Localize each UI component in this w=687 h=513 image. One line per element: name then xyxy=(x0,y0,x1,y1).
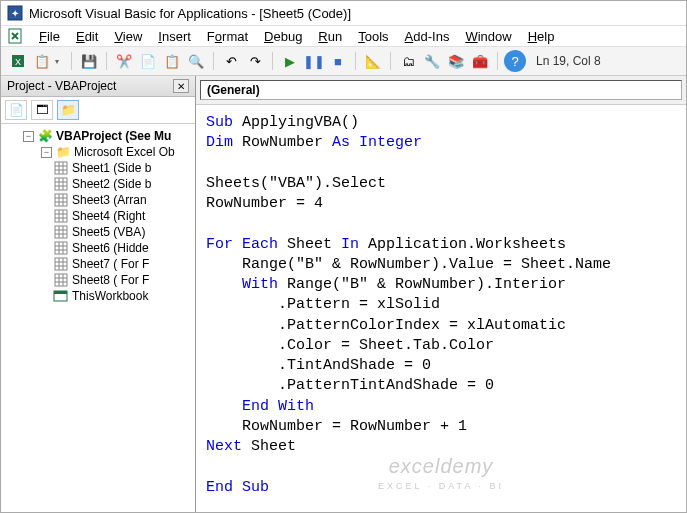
sheet-label: Sheet5 (VBA) xyxy=(72,225,145,239)
cursor-position-status: Ln 19, Col 8 xyxy=(536,54,601,68)
sheet-icon xyxy=(53,273,69,287)
object-selector[interactable]: (General) xyxy=(200,80,682,100)
tree-thisworkbook[interactable]: ThisWorkbook xyxy=(3,288,193,304)
svg-rect-20 xyxy=(55,210,67,222)
sheet-label: Sheet6 (Hidde xyxy=(72,241,149,255)
svg-text:✦: ✦ xyxy=(11,8,19,19)
tree-sheet-item[interactable]: Sheet4 (Right xyxy=(3,208,193,224)
tree-sheet-item[interactable]: Sheet6 (Hidde xyxy=(3,240,193,256)
folder-label: Microsoft Excel Ob xyxy=(74,145,175,159)
tree-sheet-item[interactable]: Sheet7 ( For F xyxy=(3,256,193,272)
menu-format[interactable]: Format xyxy=(199,27,256,46)
menu-help[interactable]: Help xyxy=(520,27,563,46)
sheet-label: Sheet1 (Side b xyxy=(72,161,151,175)
project-icon: 🧩 xyxy=(37,129,53,143)
svg-rect-25 xyxy=(55,226,67,238)
project-tree: − 🧩 VBAProject (See Mu − 📁 Microsoft Exc… xyxy=(1,124,195,512)
close-icon[interactable]: ✕ xyxy=(173,79,189,93)
svg-rect-40 xyxy=(55,274,67,286)
tree-sheet-item[interactable]: Sheet2 (Side b xyxy=(3,176,193,192)
project-pane-titlebar: Project - VBAProject ✕ xyxy=(1,76,195,97)
redo-button[interactable]: ↷ xyxy=(244,50,266,72)
menu-file[interactable]: File xyxy=(31,27,68,46)
sheet-label: Sheet7 ( For F xyxy=(72,257,149,271)
tree-sheet-item[interactable]: Sheet5 (VBA) xyxy=(3,224,193,240)
project-explorer-button[interactable]: 🗂 xyxy=(397,50,419,72)
find-button[interactable]: 🔍 xyxy=(185,50,207,72)
sheet-label: Sheet2 (Side b xyxy=(72,177,151,191)
help-button[interactable]: ? xyxy=(504,50,526,72)
workbook-icon xyxy=(53,289,69,303)
paste-button[interactable]: 📋 xyxy=(161,50,183,72)
svg-text:X: X xyxy=(15,57,21,67)
folder-icon: 📁 xyxy=(55,145,71,159)
menu-add-ins[interactable]: Add-Ins xyxy=(397,27,458,46)
sheet-label: Sheet3 (Arran xyxy=(72,193,147,207)
sheet-label: Sheet4 (Right xyxy=(72,209,145,223)
menu-bar: FileEditViewInsertFormatDebugRunToolsAdd… xyxy=(1,26,686,47)
copy-button[interactable]: 📄 xyxy=(137,50,159,72)
svg-rect-5 xyxy=(55,162,67,174)
collapse-icon[interactable]: − xyxy=(23,131,34,142)
menu-edit[interactable]: Edit xyxy=(68,27,106,46)
sheet-icon xyxy=(53,161,69,175)
window-title: Microsoft Visual Basic for Applications … xyxy=(29,6,351,21)
tree-sheet-item[interactable]: Sheet1 (Side b xyxy=(3,160,193,176)
svg-rect-30 xyxy=(55,242,67,254)
project-pane-title: Project - VBAProject xyxy=(7,79,116,93)
design-mode-button[interactable]: 📐 xyxy=(362,50,384,72)
project-explorer-pane: Project - VBAProject ✕ 📄 🗔 📁 − 🧩 VBAProj… xyxy=(1,76,196,512)
toolbox-button[interactable]: 🧰 xyxy=(469,50,491,72)
project-root-label: VBAProject (See Mu xyxy=(56,129,171,143)
toggle-folders-button[interactable]: 📁 xyxy=(57,100,79,120)
cut-button[interactable]: ✂️ xyxy=(113,50,135,72)
view-excel-button[interactable]: X xyxy=(7,50,29,72)
tree-project-root[interactable]: − 🧩 VBAProject (See Mu xyxy=(3,128,193,144)
workbook-label: ThisWorkbook xyxy=(72,289,148,303)
run-button[interactable]: ▶ xyxy=(279,50,301,72)
properties-button[interactable]: 🔧 xyxy=(421,50,443,72)
sheet-icon xyxy=(53,193,69,207)
menu-window[interactable]: Window xyxy=(457,27,519,46)
view-object-button[interactable]: 🗔 xyxy=(31,100,53,120)
view-code-button[interactable]: 📄 xyxy=(5,100,27,120)
collapse-icon[interactable]: − xyxy=(41,147,52,158)
code-editor-header: (General) xyxy=(196,76,686,105)
tree-sheet-item[interactable]: Sheet3 (Arran xyxy=(3,192,193,208)
dropdown-icon[interactable]: ▾ xyxy=(55,57,65,66)
title-bar: ✦ Microsoft Visual Basic for Application… xyxy=(1,1,686,26)
sheet-icon xyxy=(53,209,69,223)
svg-rect-46 xyxy=(54,291,67,294)
break-button[interactable]: ❚❚ xyxy=(303,50,325,72)
tree-sheet-item[interactable]: Sheet8 ( For F xyxy=(3,272,193,288)
save-button[interactable]: 💾 xyxy=(78,50,100,72)
code-editor-pane: (General) Sub ApplyingVBA()Dim RowNumber… xyxy=(196,76,686,512)
sheet-icon xyxy=(53,225,69,239)
code-editor[interactable]: Sub ApplyingVBA()Dim RowNumber As Intege… xyxy=(196,105,686,512)
object-browser-button[interactable]: 📚 xyxy=(445,50,467,72)
menu-tools[interactable]: Tools xyxy=(350,27,396,46)
insert-module-button[interactable]: 📋 xyxy=(31,50,53,72)
reset-button[interactable]: ■ xyxy=(327,50,349,72)
sheet-icon xyxy=(53,241,69,255)
undo-button[interactable]: ↶ xyxy=(220,50,242,72)
svg-rect-10 xyxy=(55,178,67,190)
menu-debug[interactable]: Debug xyxy=(256,27,310,46)
svg-rect-35 xyxy=(55,258,67,270)
svg-rect-15 xyxy=(55,194,67,206)
menu-run[interactable]: Run xyxy=(310,27,350,46)
sheet-icon xyxy=(53,257,69,271)
menu-view[interactable]: View xyxy=(106,27,150,46)
excel-doc-icon xyxy=(7,28,23,44)
tree-folder-excel-objects[interactable]: − 📁 Microsoft Excel Ob xyxy=(3,144,193,160)
menu-insert[interactable]: Insert xyxy=(150,27,199,46)
toolbar: X 📋 ▾ 💾 ✂️ 📄 📋 🔍 ↶ ↷ ▶ ❚❚ ■ 📐 🗂 🔧 📚 🧰 ? … xyxy=(1,47,686,76)
vba-app-icon: ✦ xyxy=(7,5,23,21)
project-pane-toolbar: 📄 🗔 📁 xyxy=(1,97,195,124)
sheet-label: Sheet8 ( For F xyxy=(72,273,149,287)
sheet-icon xyxy=(53,177,69,191)
